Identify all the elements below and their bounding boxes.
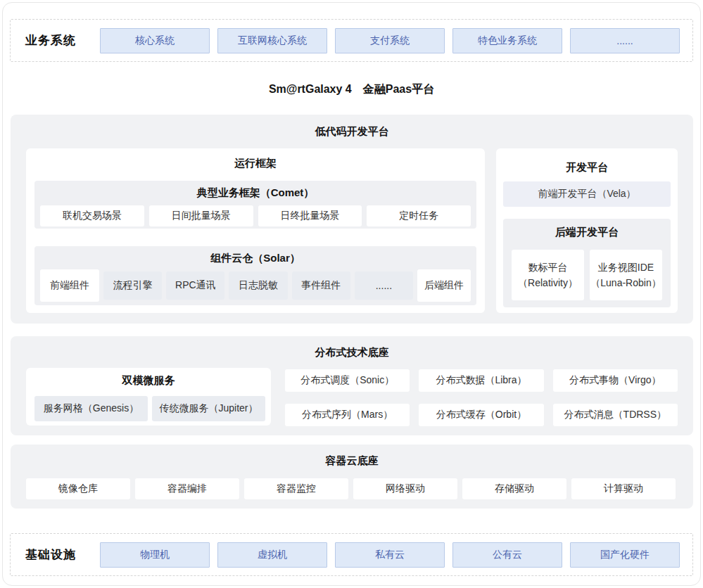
container-cloud-base-title: 容器云底座 [11,445,693,468]
infra-physical-machine: 物理机 [100,542,210,568]
dual-mode-microservice-box: 双模微服务 服务网格（Genesis） 传统微服务（Jupiter） [26,368,271,426]
container-monitoring: 容器监控 [244,478,348,499]
be-card-line2: （Luna-Robin） [590,275,661,290]
be-card-line2: （Relativity） [518,275,578,290]
compute-driver: 计算驱动 [571,478,676,499]
comet-item-eod-batch: 日终批量场景 [258,205,362,226]
business-system-special: 特色业务系统 [452,28,562,53]
solar-section: 组件云仓（Solar） 前端组件 流程引擎 RPC通讯 日志脱敏 事件组件 ..… [34,246,476,305]
comet-section: 典型业务框架（Comet） 联机交易场景 日间批量场景 日终批量场景 定时任务 [34,181,476,229]
container-orchestration: 容器编排 [135,478,239,499]
distributed-message-tdrss: 分布式消息（TDRSS） [553,404,678,426]
solar-item-rpc: RPC通讯 [166,271,224,300]
business-systems-row: 业务系统 核心系统 互联网核心系统 支付系统 特色业务系统 ...... [10,19,693,62]
network-driver: 网络驱动 [353,478,457,499]
distributed-scheduling-sonic: 分布式调度（Sonic） [285,369,410,392]
distributed-base-section: 分布式技术底座 双模微服务 服务网格（Genesis） 传统微服务（Jupite… [11,336,693,435]
comet-item-online-trade: 联机交易场景 [40,205,144,226]
infrastructure-label: 基础设施 [25,547,92,563]
comet-item-scheduled-task: 定时任务 [367,205,471,226]
page-title: Sm@rtGalaxy 4 金融Paas平台 [0,82,703,97]
solar-item-event-components: 事件组件 [292,271,350,300]
dual-mode-items-row: 服务网格（Genesis） 传统微服务（Jupiter） [34,396,265,421]
storage-driver: 存储驱动 [462,478,566,499]
comet-title: 典型业务框架（Comet） [34,181,476,200]
solar-item-process-engine: 流程引擎 [103,271,162,300]
traditional-microservice-jupiter: 传统微服务（Jupiter） [152,396,265,421]
data-standard-platform-relativity: 数标平台 （Relativity） [512,250,584,300]
dual-mode-title: 双模微服务 [26,368,271,388]
solar-items-row: 前端组件 流程引擎 RPC通讯 日志脱敏 事件组件 ...... 后端组件 [40,269,471,302]
business-view-ide-luna-robin: 业务视图IDE （Luna-Robin） [590,250,662,300]
dev-platform-box: 开发平台 前端开发平台（Vela） 后端开发平台 数标平台 （Relativit… [496,148,678,313]
business-system-core: 核心系统 [100,28,210,53]
dev-platform-title: 开发平台 [496,148,678,174]
container-base-items-row: 镜像仓库 容器编排 容器监控 网络驱动 存储驱动 计算驱动 [26,478,676,499]
solar-title: 组件云仓（Solar） [34,246,476,265]
infra-private-cloud: 私有云 [335,542,445,568]
distributed-transaction-virgo: 分布式事物（Virgo） [553,369,678,392]
frontend-dev-platform-vela: 前端开发平台（Vela） [503,181,671,207]
backend-dev-items-row: 数标平台 （Relativity） 业务视图IDE （Luna-Robin） [512,250,662,300]
backend-dev-platform-section: 后端开发平台 数标平台 （Relativity） 业务视图IDE （Luna-R… [503,219,671,307]
distributed-cache-orbit: 分布式缓存（Orbit） [419,404,543,426]
be-card-line1: 业务视图IDE [598,260,654,275]
distributed-base-title: 分布式技术底座 [11,336,693,359]
comet-items-row: 联机交易场景 日间批量场景 日终批量场景 定时任务 [40,205,471,226]
low-code-platform-section: 低代码开发平台 运行框架 典型业务框架（Comet） 联机交易场景 日间批量场景… [11,115,693,324]
business-system-internet-core: 互联网核心系统 [217,28,327,53]
distributed-grid: 分布式调度（Sonic） 分布式数据（Libra） 分布式事物（Virgo） 分… [285,369,678,426]
be-card-line1: 数标平台 [528,260,568,275]
image-registry: 镜像仓库 [26,478,130,499]
service-mesh-genesis: 服务网格（Genesis） [34,396,148,421]
container-cloud-base-section: 容器云底座 镜像仓库 容器编排 容器监控 网络驱动 存储驱动 计算驱动 [11,445,693,509]
runtime-framework-title: 运行框架 [26,148,485,170]
runtime-framework-box: 运行框架 典型业务框架（Comet） 联机交易场景 日间批量场景 日终批量场景 … [26,148,485,313]
infra-virtual-machine: 虚拟机 [217,542,327,568]
business-systems-label: 业务系统 [25,32,92,49]
solar-item-more: ...... [355,271,413,300]
distributed-data-libra: 分布式数据（Libra） [419,369,543,392]
infra-public-cloud: 公有云 [452,542,562,568]
distributed-sequence-mars: 分布式序列（Mars） [285,404,410,426]
solar-item-log-masking: 日志脱敏 [229,271,287,300]
business-system-payment: 支付系统 [335,28,445,53]
solar-item-backend-components: 后端组件 [417,269,471,302]
low-code-platform-title: 低代码开发平台 [11,115,693,139]
business-system-more: ...... [570,28,680,53]
infrastructure-row: 基础设施 物理机 虚拟机 私有云 公有云 国产化硬件 [10,533,693,576]
comet-item-intraday-batch: 日间批量场景 [149,205,253,226]
backend-dev-platform-title: 后端开发平台 [503,219,671,239]
solar-item-frontend-components: 前端组件 [40,269,99,302]
infra-domestic-hardware: 国产化硬件 [570,542,680,568]
